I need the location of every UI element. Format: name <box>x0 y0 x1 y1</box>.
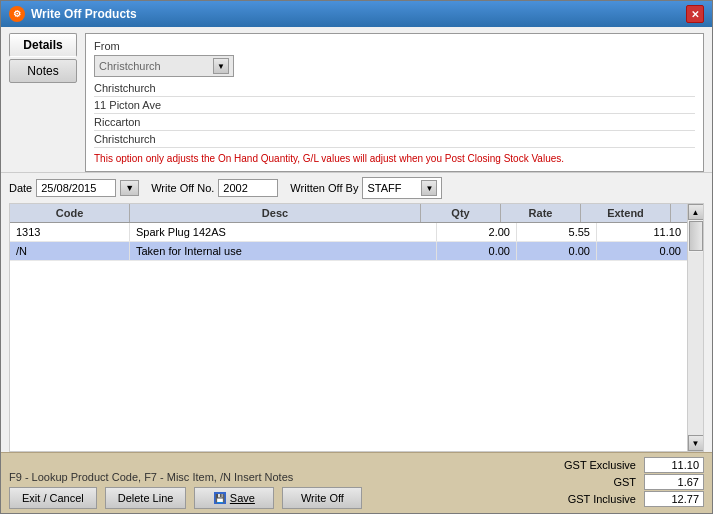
writeoff-no-input[interactable] <box>218 179 278 197</box>
col-header-code: Code <box>10 204 130 222</box>
date-field: Date ▼ <box>9 179 139 197</box>
table-row[interactable]: 1313 Spark Plug 142AS 2.00 5.55 11.10 <box>10 223 687 242</box>
scroll-track <box>688 252 703 435</box>
gst-row: GST 1.67 <box>546 474 704 490</box>
gst-inclusive-row: GST Inclusive 12.77 <box>546 491 704 507</box>
address-line-1: Christchurch <box>94 80 695 97</box>
shortcut-text: F9 - Lookup Product Code, F7 - Misc Item… <box>9 471 362 483</box>
tab-notes[interactable]: Notes <box>9 59 77 83</box>
from-value: Christchurch <box>99 60 213 72</box>
table-scrollbar[interactable]: ▲ ▼ <box>687 204 703 451</box>
buttons-row: Exit / Cancel Delete Line 💾 Save Write O… <box>9 487 362 509</box>
gst-inclusive-label: GST Inclusive <box>546 493 636 505</box>
written-off-by-field: Written Off By STAFF ▼ <box>290 177 442 199</box>
close-button[interactable]: ✕ <box>686 5 704 23</box>
staff-value: STAFF <box>367 182 421 194</box>
from-label: From <box>94 40 695 52</box>
save-button[interactable]: 💾 Save <box>194 487 274 509</box>
bottom-bar: F9 - Lookup Product Code, F7 - Misc Item… <box>1 452 712 513</box>
table-body: 1313 Spark Plug 142AS 2.00 5.55 11.10 /N… <box>10 223 687 451</box>
col-header-extend: Extend <box>581 204 671 222</box>
bottom-main: F9 - Lookup Product Code, F7 - Misc Item… <box>9 457 704 509</box>
date-label: Date <box>9 182 32 194</box>
tab-list: Details Notes <box>9 33 77 172</box>
col-header-scroll <box>671 204 687 222</box>
cell-extend-2: 0.00 <box>597 242 687 260</box>
cell-qty-1: 2.00 <box>437 223 517 241</box>
gst-exclusive-value: 11.10 <box>644 457 704 473</box>
write-off-button[interactable]: Write Off <box>282 487 362 509</box>
shortcut-row: F9 - Lookup Product Code, F7 - Misc Item… <box>9 471 362 483</box>
title-bar-left: ⚙ Write Off Products <box>9 6 137 22</box>
gst-inclusive-value: 12.77 <box>644 491 704 507</box>
written-off-by-label: Written Off By <box>290 182 358 194</box>
gst-value: 1.67 <box>644 474 704 490</box>
cell-code-2: /N <box>10 242 130 260</box>
window-title: Write Off Products <box>31 7 137 21</box>
cell-code-1: 1313 <box>10 223 130 241</box>
scroll-down-button[interactable]: ▼ <box>688 435 704 451</box>
address-line-3: Riccarton <box>94 114 695 131</box>
floppy-icon: 💾 <box>214 492 226 504</box>
delete-line-button[interactable]: Delete Line <box>105 487 187 509</box>
staff-select[interactable]: STAFF ▼ <box>362 177 442 199</box>
warning-text: This option only adjusts the On Hand Qua… <box>94 152 695 165</box>
tab-details[interactable]: Details <box>9 33 77 57</box>
writeoff-no-label: Write Off No. <box>151 182 214 194</box>
writeoff-no-field: Write Off No. <box>151 179 278 197</box>
date-picker-button[interactable]: ▼ <box>120 180 139 196</box>
table-header: Code Desc Qty Rate Extend <box>10 204 687 223</box>
cell-rate-2: 0.00 <box>517 242 597 260</box>
gst-exclusive-label: GST Exclusive <box>546 459 636 471</box>
col-header-qty: Qty <box>421 204 501 222</box>
scroll-thumb[interactable] <box>689 221 703 251</box>
gst-section: GST Exclusive 11.10 GST 1.67 GST Inclusi… <box>546 457 704 507</box>
title-bar: ⚙ Write Off Products ✕ <box>1 1 712 27</box>
cell-desc-2: Taken for Internal use <box>130 242 437 260</box>
date-row: Date ▼ Write Off No. Written Off By STAF… <box>1 172 712 203</box>
address-line-4: Christchurch <box>94 131 695 148</box>
window-content: Details Notes From Christchurch ▼ Christ… <box>1 27 712 513</box>
gst-exclusive-row: GST Exclusive 11.10 <box>546 457 704 473</box>
cell-rate-1: 5.55 <box>517 223 597 241</box>
date-input[interactable] <box>36 179 116 197</box>
table-row[interactable]: /N Taken for Internal use 0.00 0.00 0.00 <box>10 242 687 261</box>
window-icon: ⚙ <box>9 6 25 22</box>
staff-dropdown-arrow-icon[interactable]: ▼ <box>421 180 437 196</box>
left-section: F9 - Lookup Product Code, F7 - Misc Item… <box>9 471 362 509</box>
from-dropdown[interactable]: Christchurch ▼ <box>94 55 234 77</box>
col-header-rate: Rate <box>501 204 581 222</box>
exit-cancel-button[interactable]: Exit / Cancel <box>9 487 97 509</box>
cell-extend-1: 11.10 <box>597 223 687 241</box>
form-panel: From Christchurch ▼ Christchurch 11 Pict… <box>85 33 704 172</box>
dropdown-arrow-icon[interactable]: ▼ <box>213 58 229 74</box>
cell-qty-2: 0.00 <box>437 242 517 260</box>
product-table: Code Desc Qty Rate Extend 1313 Spark Plu… <box>9 203 704 452</box>
gst-label: GST <box>546 476 636 488</box>
col-header-desc: Desc <box>130 204 421 222</box>
write-off-products-window: ⚙ Write Off Products ✕ Details Notes Fro… <box>0 0 713 514</box>
scroll-up-button[interactable]: ▲ <box>688 204 704 220</box>
empty-table-space <box>10 261 687 451</box>
tabs-and-form: Details Notes From Christchurch ▼ Christ… <box>1 27 712 172</box>
address-line-2: 11 Picton Ave <box>94 97 695 114</box>
cell-desc-1: Spark Plug 142AS <box>130 223 437 241</box>
